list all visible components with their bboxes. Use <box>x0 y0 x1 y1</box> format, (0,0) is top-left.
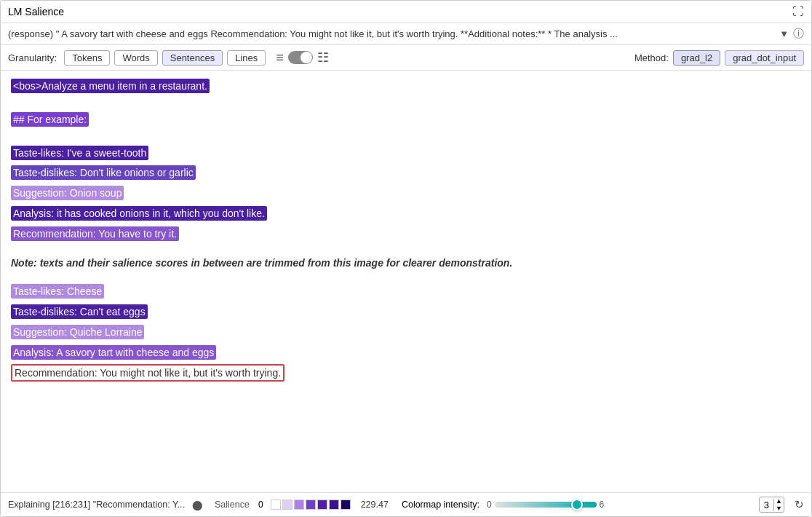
method-section: Method: grad_l2 grad_dot_input <box>634 50 804 66</box>
granularity-words-button[interactable]: Words <box>114 50 157 66</box>
sentence-block-5: Suggestion: Onion soup <box>11 185 801 202</box>
sentence-block-10: Suggestion: Quiche Lorraine <box>11 324 801 342</box>
granularity-tokens-button[interactable]: Tokens <box>64 50 110 66</box>
explaining-text: Explaining [216:231] "Recommendation: Y.… <box>8 500 185 510</box>
sentence-bos[interactable]: <bos>Analyze a menu item in a restaurant… <box>11 79 210 93</box>
expand-icon[interactable]: ⛶ <box>792 5 804 18</box>
granularity-lines-button[interactable]: Lines <box>227 50 266 66</box>
cbox-0 <box>271 500 281 510</box>
granularity-sentences-button[interactable]: Sentences <box>162 50 223 66</box>
refresh-icon[interactable]: ↻ <box>795 498 804 511</box>
response-text: (response) " A savory tart with cheese a… <box>8 28 775 39</box>
sentence-block-9: Taste-dislikes: Can't eat eggs <box>11 304 801 321</box>
granularity-label: Granularity: <box>8 52 57 63</box>
intensity-max: 6 <box>600 500 605 510</box>
help-icon[interactable]: ⓘ <box>793 27 804 41</box>
list-icon[interactable]: ≡ <box>276 50 284 66</box>
sentence-block-11: Analysis: A savory tart with cheese and … <box>11 344 801 362</box>
sentence-block-4: Taste-dislikes: Don't like onions or gar… <box>11 165 801 182</box>
cbox-4 <box>317 500 327 510</box>
lm-salience-window: LM Salience ⛶ (response) " A savory tart… <box>0 0 812 517</box>
content-area: <bos>Analyze a menu item in a restaurant… <box>1 71 811 492</box>
toggle-knob <box>300 52 312 63</box>
sentence-block-8: Taste-likes: Cheese <box>11 283 801 301</box>
response-chevron-icon[interactable]: ▼ <box>779 28 789 39</box>
granularity-bar: Granularity: Tokens Words Sentences Line… <box>1 45 811 71</box>
sentence-block-2: ## For example: <box>11 111 801 129</box>
blank-line-1 <box>11 98 801 111</box>
sentence-tastedislikes1[interactable]: Taste-dislikes: Don't like onions or gar… <box>11 165 196 180</box>
cbox-1 <box>282 500 292 510</box>
salience-min: 0 <box>258 500 263 510</box>
note-block: Note: texts and their salience scores in… <box>11 255 801 272</box>
colormap-intensity-label: Colormap intensity: <box>402 500 479 510</box>
spinner-up-icon[interactable]: ▲ <box>776 497 782 505</box>
sentence-block-6: Analysis: it has cooked onions in it, wh… <box>11 205 801 223</box>
status-bar: Explaining [216:231] "Recommendation: Y.… <box>1 492 811 516</box>
toggle-control[interactable] <box>288 51 313 64</box>
intensity-min: 0 <box>487 500 492 510</box>
sentence-analysis2[interactable]: Analysis: A savory tart with cheese and … <box>11 345 216 360</box>
cbox-5 <box>329 500 339 510</box>
sentence-suggestion2[interactable]: Suggestion: Quiche Lorraine <box>11 325 144 339</box>
spinner-arrows[interactable]: ▲ ▼ <box>774 497 784 512</box>
spinner-down-icon[interactable]: ▼ <box>776 505 782 512</box>
sentence-suggestion1[interactable]: Suggestion: Onion soup <box>11 186 124 200</box>
intensity-slider-track[interactable] <box>495 502 597 508</box>
sentence-block-7: Recommendation: You have to try it. <box>11 226 801 243</box>
sentence-forexample[interactable]: ## For example: <box>11 112 89 127</box>
sentence-analysis1[interactable]: Analysis: it has cooked onions in it, wh… <box>11 206 267 221</box>
method-label: Method: <box>634 52 669 63</box>
method-graddotinput-button[interactable]: grad_dot_input <box>725 50 804 66</box>
cbox-6 <box>341 500 351 510</box>
grid-icon[interactable]: ☷ <box>317 50 329 66</box>
intensity-slider-thumb[interactable] <box>571 499 583 510</box>
sentence-tastelikes1[interactable]: Taste-likes: I've a sweet-tooth <box>11 146 148 160</box>
window-title: LM Salience <box>8 6 64 17</box>
blank-line-2 <box>11 132 801 145</box>
sentence-tastedislikes2[interactable]: Taste-dislikes: Can't eat eggs <box>11 304 148 319</box>
sentence-block-1: <bos>Analyze a menu item in a restaurant… <box>11 78 801 95</box>
sentence-tastelikes2[interactable]: Taste-likes: Cheese <box>11 284 104 299</box>
intensity-slider-container: 0 6 <box>487 500 747 510</box>
sentence-recommendation2[interactable]: Recommendation: You might not like it, b… <box>11 364 284 382</box>
sentence-block-3: Taste-likes: I've a sweet-tooth <box>11 145 801 162</box>
toolbar-icons: ≡ ☷ <box>276 50 329 66</box>
salience-max: 229.47 <box>361 500 389 510</box>
sentence-recommendation1[interactable]: Recommendation: You have to try it. <box>11 226 179 241</box>
note-text: Note: texts and their salience scores in… <box>11 255 801 272</box>
spinner-box[interactable]: 3 ▲ ▼ <box>759 497 784 513</box>
colormap-boxes <box>271 500 351 510</box>
sentence-block-12: Recommendation: You might not like it, b… <box>11 365 801 382</box>
cbox-3 <box>306 500 316 510</box>
spinner-value: 3 <box>760 499 774 511</box>
response-bar: (response) " A savory tart with cheese a… <box>1 23 811 45</box>
salience-label: Salience <box>215 500 250 510</box>
method-gradl2-button[interactable]: grad_l2 <box>673 50 720 66</box>
circle-icon: ⬤ <box>192 500 203 510</box>
cbox-2 <box>294 500 304 510</box>
title-bar: LM Salience ⛶ <box>1 1 811 23</box>
toggle-track[interactable] <box>288 51 313 64</box>
